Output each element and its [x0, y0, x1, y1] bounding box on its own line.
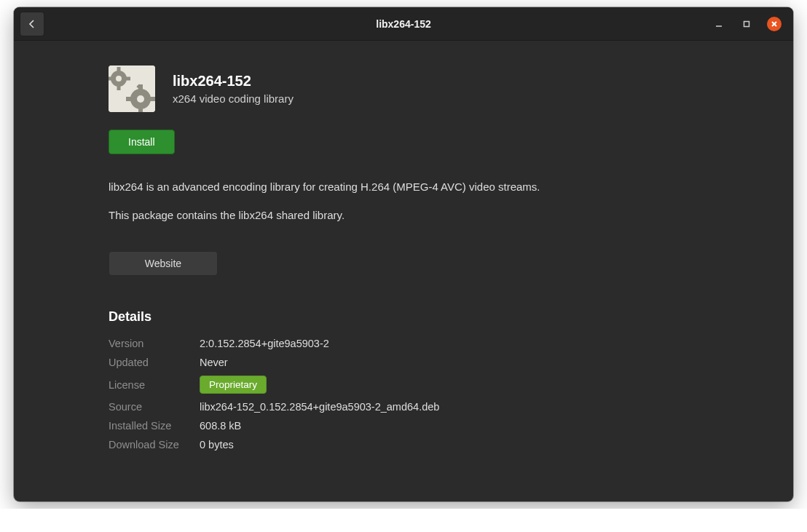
details-value-version: 2:0.152.2854+gite9a5903-2 — [200, 338, 698, 349]
details-heading: Details — [109, 309, 698, 325]
svg-rect-16 — [109, 77, 111, 81]
svg-rect-15 — [117, 86, 121, 90]
install-button[interactable]: Install — [109, 130, 175, 154]
svg-rect-9 — [126, 97, 132, 101]
back-button[interactable] — [20, 12, 44, 36]
svg-rect-14 — [117, 67, 121, 71]
details-value-download-size: 0 bytes — [200, 439, 698, 450]
svg-rect-17 — [126, 77, 130, 81]
titlebar: libx264-152 — [14, 7, 793, 41]
svg-point-6 — [137, 95, 144, 103]
svg-rect-8 — [138, 108, 143, 112]
maximize-icon — [743, 20, 750, 28]
details-value-license: Proprietary — [200, 376, 698, 394]
svg-rect-10 — [149, 97, 155, 101]
website-button[interactable]: Website — [109, 251, 218, 276]
details-label-version: Version — [109, 338, 200, 349]
app-header: libx264-152 x264 video coding library — [109, 65, 698, 112]
description-paragraph: libx264 is an advanced encoding library … — [109, 179, 698, 196]
details-label-installed-size: Installed Size — [109, 420, 200, 432]
minimize-button[interactable] — [712, 17, 726, 31]
svg-point-13 — [116, 76, 122, 82]
window-controls — [712, 17, 787, 31]
close-button[interactable] — [767, 17, 782, 31]
details-label-source: Source — [109, 401, 200, 413]
content-area: libx264-152 x264 video coding library In… — [14, 41, 793, 501]
details-value-installed-size: 608.8 kB — [200, 420, 698, 432]
window-title: libx264-152 — [376, 18, 431, 30]
description: libx264 is an advanced encoding library … — [109, 179, 698, 223]
app-subtitle: x264 video coding library — [173, 92, 294, 105]
details-grid: Version 2:0.152.2854+gite9a5903-2 Update… — [109, 338, 698, 450]
app-title-group: libx264-152 x264 video coding library — [173, 73, 294, 105]
chevron-left-icon — [28, 20, 36, 28]
details-value-source: libx264-152_0.152.2854+gite9a5903-2_amd6… — [200, 401, 698, 413]
details-label-license: License — [109, 379, 200, 391]
svg-rect-1 — [744, 21, 749, 26]
gear-icon — [109, 65, 155, 112]
details-label-download-size: Download Size — [109, 439, 200, 450]
close-icon — [771, 20, 778, 28]
minimize-icon — [715, 20, 723, 28]
app-window: libx264-152 — [14, 7, 793, 501]
app-icon — [109, 65, 155, 112]
details-label-updated: Updated — [109, 357, 200, 368]
details-value-updated: Never — [200, 357, 698, 368]
description-paragraph: This package contains the libx264 shared… — [109, 207, 698, 224]
app-name: libx264-152 — [173, 73, 294, 90]
license-badge: Proprietary — [200, 376, 267, 394]
maximize-button[interactable] — [739, 17, 754, 31]
